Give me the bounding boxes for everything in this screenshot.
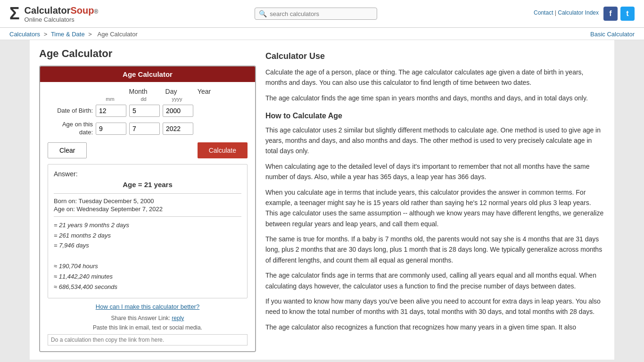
detail-6: ≈ 686,534,400 seconds [54,282,241,292]
desc-p1: Calculate the age of a person, place or … [265,67,605,88]
col-day-sub: dd [128,96,159,102]
breadcrumb-calculators[interactable]: Calculators [9,31,40,38]
col-year-sub: yyyy [162,96,192,102]
clear-button[interactable]: Clear [48,142,87,158]
header-right: Contact | Calculator Index f t [534,7,635,21]
dob-label: Date of Birth: [48,107,93,115]
breadcrumb-sep1: > [44,31,49,38]
search-box[interactable]: 🔍 [255,8,377,20]
answer-divider [54,193,241,194]
desc-p4: When calculating age to the detailed lev… [265,161,605,182]
col-day-label: Day [155,88,188,95]
detail-5: ≈ 11,442,240 minutes [54,272,241,282]
search-input[interactable] [270,10,373,17]
desc-p2: The age calculator finds the age time sp… [265,93,605,103]
calculate-button[interactable]: Calculate [198,142,248,158]
share-link-input[interactable] [48,334,248,346]
header-left: Σ CalculatorSoup® Online Calculators [9,4,98,24]
twitter-icon[interactable]: t [620,7,635,21]
desc-p8: If you wanted to know how many days you'… [265,296,605,317]
age-year-input[interactable] [163,123,193,135]
right-panel: Calculator Use Calculate the age of a pe… [265,48,605,352]
dob-row: Date of Birth: [48,105,248,117]
field-headers: Month Day Year [48,88,248,95]
dob-inputs [96,105,193,117]
detail-1: = 21 years 9 months 2 days [54,221,241,230]
main-content: Age Calculator Age Calculator Month Day … [30,40,614,360]
facebook-icon[interactable]: f [603,7,618,21]
social-icons: f t [603,7,635,21]
logo-calc: Calculator [25,5,71,16]
age-on-line: Age on: Wednesday September 7, 2022 [54,206,241,213]
age-on-label: Age on this date: [48,121,93,137]
share-reply-link[interactable]: reply [172,315,184,321]
header-links: Contact | Calculator Index [534,9,599,16]
col-year-label: Year [188,88,221,95]
answer-main: Age = 21 years [54,181,241,189]
logo-subtitle: Online Calculators [25,16,99,23]
breadcrumb-current: Age Calculator [97,31,137,38]
desc-p9: The age calculator also recognizes a fun… [265,322,605,332]
share-text1: Share this Answer Link: [111,315,170,321]
dob-year-input[interactable] [163,105,193,117]
dob-month-input[interactable] [96,105,126,117]
detail-2: = 261 months 2 days [54,231,241,241]
page-title: Age Calculator [39,48,256,60]
left-panel: Age Calculator Age Calculator Month Day … [39,48,256,352]
col-month-label: Month [122,88,155,95]
field-sub-headers: mm dd yyyy [48,96,248,102]
age-on-inputs [96,123,193,135]
desc-p3: This age calculator uses 2 similar but s… [265,125,605,156]
section-calculator-use: Calculator Use [265,49,605,63]
detail-4: ≈ 190,704 hours [54,262,241,272]
feedback-link[interactable]: How can I make this calculator better? [96,303,199,310]
search-icon: 🔍 [259,10,267,17]
dob-day-input[interactable] [129,105,160,117]
detail-3: = 7,946 days [54,241,241,251]
contact-link[interactable]: Contact [534,9,553,16]
share-section: Share this Answer Link: reply Paste this… [48,314,248,345]
calculator-index-link[interactable]: Calculator Index [558,9,599,16]
desc-p5: When you calculate age in terms that inc… [265,187,605,230]
col-month-sub: mm [95,96,125,102]
calculator-box-title: Age Calculator [40,66,255,82]
logo-sigma-icon: Σ [9,4,20,24]
answer-detail: = 21 years 9 months 2 days = 261 months … [54,221,241,292]
breadcrumb: Calculators > Time & Date > Age Calculat… [9,31,140,38]
answer-box: Answer: Age = 21 years Born on: Tuesday … [48,164,248,299]
feedback-link-container: How can I make this calculator better? [48,303,248,310]
calculator-box-body: Month Day Year mm dd yyyy Date of Birth: [40,82,255,351]
basic-calculator-link[interactable]: Basic Calculator [590,31,635,38]
born-line: Born on: Tuesday December 5, 2000 [54,197,241,205]
breadcrumb-sep2: > [88,31,93,38]
age-on-row: Age on this date: [48,121,248,137]
logo-text: CalculatorSoup® [25,5,99,16]
age-day-input[interactable] [129,123,160,135]
section-how-to: How to Calculate Age [265,110,605,122]
answer-label: Answer: [54,170,241,178]
buttons-row: Clear Calculate [48,142,248,158]
logo-block: CalculatorSoup® Online Calculators [25,5,99,23]
desc-p6: The same is true for months. If a baby i… [265,234,605,265]
header: Σ CalculatorSoup® Online Calculators 🔍 C… [0,0,644,28]
answer-divider2 [54,216,241,217]
top-nav: Calculators > Time & Date > Age Calculat… [0,28,644,40]
breadcrumb-time-date[interactable]: Time & Date [51,31,85,38]
logo-reg: ® [94,8,98,15]
desc-p7: The age calculator finds age in terms th… [265,270,605,291]
share-text2: Paste this link in email, text or social… [93,324,202,331]
calculator-box: Age Calculator Month Day Year mm dd yyyy… [39,66,256,352]
age-month-input[interactable] [96,123,126,135]
logo-soup: Soup [70,5,94,16]
